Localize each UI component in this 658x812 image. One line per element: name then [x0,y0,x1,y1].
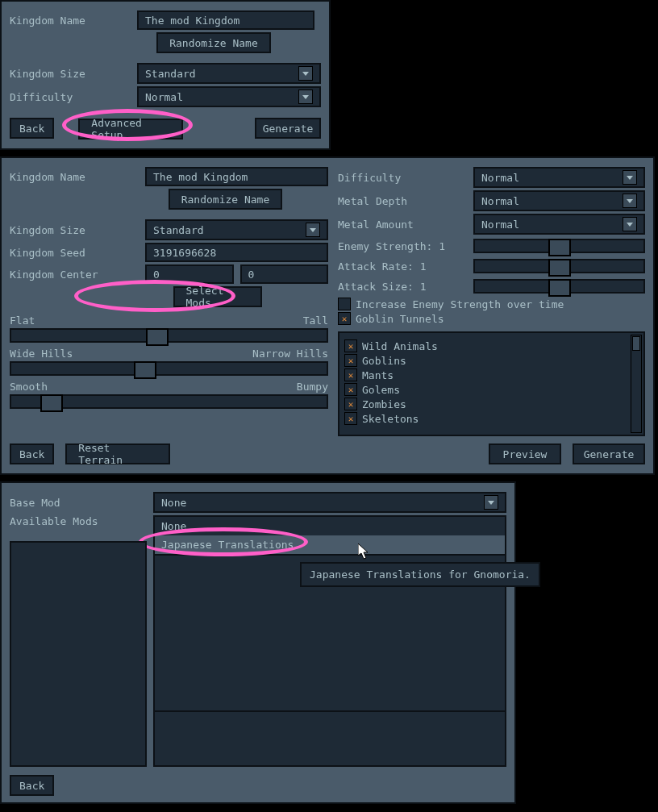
available-mods-label: Available Mods [10,515,147,527]
base-mod-label: Base Mod [10,497,147,509]
metal-depth-select[interactable]: Normal [473,190,645,211]
preview-button[interactable]: Preview [489,443,561,464]
advanced-setup-button[interactable]: Advanced Setup [78,119,183,139]
basic-setup-panel: Kingdom Name The mod Kingdom Randomize N… [0,0,331,150]
difficulty-label: Difficulty [338,172,467,184]
difficulty-select[interactable]: Normal [137,86,321,107]
kingdom-size-label: Kingdom Size [10,68,131,80]
terrain-height-slider[interactable] [10,328,328,343]
back-button[interactable]: Back [10,118,54,139]
slider-handle[interactable] [146,328,169,346]
slider-handle[interactable] [134,361,156,379]
enemy-row: Skeletons [344,412,639,425]
tooltip: Japanese Translations for Gnomoria. [300,562,540,587]
back-button[interactable]: Back [10,443,54,464]
enemy-label: Mants [362,369,394,381]
enemy-row: Zombies [344,398,639,410]
slider-bumpy-label: Bumpy [297,381,328,393]
slider-flat-label: Flat [10,314,35,327]
select-mods-panel: Base Mod None Available Mods None Japane… [0,481,516,804]
difficulty-label: Difficulty [10,91,131,103]
base-mod-value: None [161,497,186,509]
slider-handle[interactable] [40,394,63,412]
enemy-label: Zombies [362,398,406,410]
scrollbar[interactable] [631,335,642,433]
reset-terrain-button[interactable]: Reset Terrain [65,443,170,464]
chevron-down-icon [484,495,498,510]
enemy-checkbox[interactable] [344,383,357,396]
enemy-list-box: Wild AnimalsGoblinsMantsGolemsZombiesSke… [338,331,645,436]
enemy-strength-slider[interactable] [473,239,645,253]
randomize-name-button[interactable]: Randomize Name [169,189,283,210]
chevron-down-icon [623,217,637,231]
difficulty-value: Normal [481,172,519,184]
attack-size-slider[interactable] [473,279,645,294]
metal-depth-label: Metal Depth [338,195,467,207]
enemy-label: Golems [362,384,400,396]
kingdom-seed-label: Kingdom Seed [10,247,139,259]
kingdom-center-x-input[interactable]: 0 [145,264,234,284]
metal-amount-select[interactable]: Normal [473,214,645,235]
slider-narrow-label: Narrow Hills [252,348,328,360]
generate-button[interactable]: Generate [255,118,321,139]
difficulty-select[interactable]: Normal [473,167,645,188]
slider-smooth-label: Smooth [10,381,48,393]
kingdom-name-input[interactable]: The mod Kingdom [137,10,314,30]
chevron-down-icon [306,223,320,237]
enemy-checkbox[interactable] [344,398,357,410]
scrollbar-thumb[interactable] [632,336,640,351]
slider-handle[interactable] [548,279,571,297]
attack-rate-slider[interactable] [473,259,645,273]
kingdom-name-input[interactable]: The mod Kingdom [145,167,328,186]
enemy-checkbox[interactable] [344,354,357,367]
slider-handle[interactable] [548,239,571,256]
base-mod-dropdown-list: None Japanese Translations [153,515,506,556]
kingdom-size-select[interactable]: Standard [145,219,328,240]
chevron-down-icon [298,90,313,104]
hill-width-slider[interactable] [10,361,328,376]
goblin-tunnels-checkbox[interactable] [338,312,351,325]
kingdom-name-label: Kingdom Name [10,15,131,27]
attack-rate-label: Attack Rate: 1 [338,260,467,273]
attack-size-label: Attack Size: 1 [338,281,467,293]
available-mods-list[interactable] [10,541,147,767]
increase-enemy-strength-label: Increase Enemy Strength over time [356,298,564,310]
enemy-row: Golems [344,383,639,396]
metal-amount-label: Metal Amount [338,219,467,231]
enemy-row: Goblins [344,354,639,367]
chevron-down-icon [298,66,313,81]
kingdom-center-y-input[interactable]: 0 [240,264,329,284]
cursor-icon [358,543,371,560]
enemy-label: Skeletons [362,413,419,425]
mod-description-pane [153,710,506,767]
dropdown-option-label: Japanese Translations [161,539,294,551]
kingdom-size-value: Standard [153,224,204,236]
slider-wide-label: Wide Hills [10,348,73,360]
kingdom-size-value: Standard [145,68,196,80]
enemy-checkbox[interactable] [344,412,357,425]
select-mods-button[interactable]: Select Mods [173,286,262,307]
enemy-checkbox[interactable] [344,369,357,381]
kingdom-seed-input[interactable]: 3191696628 [145,243,328,262]
randomize-name-button[interactable]: Randomize Name [156,32,271,53]
generate-button[interactable]: Generate [573,443,645,464]
slider-handle[interactable] [548,259,571,277]
dropdown-option-japanese[interactable]: Japanese Translations [155,535,505,554]
chevron-down-icon [623,170,637,185]
enemy-label: Wild Animals [362,340,438,352]
kingdom-center-label: Kingdom Center [10,269,139,281]
kingdom-size-select[interactable]: Standard [137,63,321,84]
slider-tall-label: Tall [303,314,328,327]
terrain-bump-slider[interactable] [10,394,328,409]
enemy-row: Mants [344,369,639,381]
base-mod-select[interactable]: None [153,492,506,513]
kingdom-name-label: Kingdom Name [10,171,139,183]
enemy-checkbox[interactable] [344,339,357,352]
back-button[interactable]: Back [10,775,54,796]
increase-enemy-strength-checkbox[interactable] [338,298,351,310]
enemy-strength-label: Enemy Strength: 1 [338,240,467,252]
dropdown-option-none[interactable]: None [155,517,505,535]
chevron-down-icon [623,194,637,208]
metal-amount-value: Normal [481,219,519,231]
enemy-row: Wild Animals [344,339,639,352]
